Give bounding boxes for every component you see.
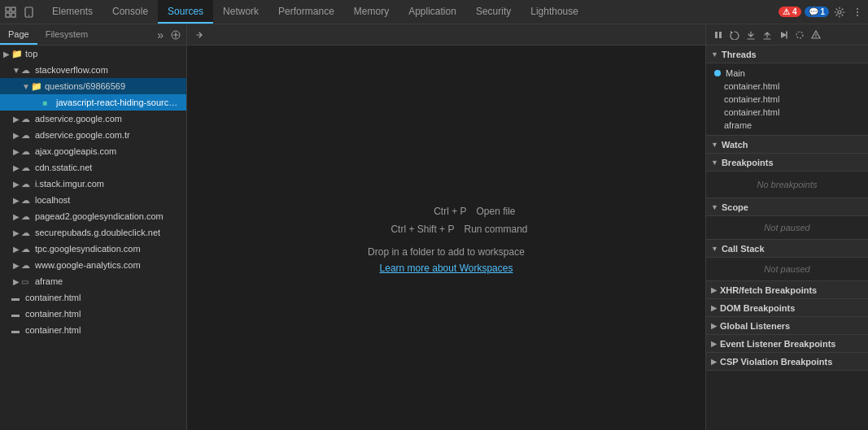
tab-security[interactable]: Security [466,0,521,24]
new-tab-icon[interactable] [168,28,183,42]
tab-console[interactable]: Console [103,0,158,24]
pause-on-exception-icon[interactable] [809,28,823,42]
tree-label-www: www.google-analytics.com [35,260,141,270]
step-over-icon[interactable] [727,28,742,42]
tab-performance[interactable]: Performance [268,0,344,24]
svg-point-6 [838,11,841,14]
pause-icon[interactable] [711,28,726,42]
tree-label-top: top [25,49,37,59]
tree-label-securepubads: securepubads.g.doubleclick.net [35,228,160,237]
tree-item-questions[interactable]: ▼ 📁 questions/69866569 [0,78,186,94]
deactivate-bp-icon[interactable] [792,28,807,42]
shortcut-label-1: Open file [476,206,515,217]
settings-icon[interactable] [832,5,847,20]
section-content-threads: Main container.html container.html conta… [706,63,868,136]
section-label-dom: DOM Breakpoints [720,303,795,313]
section-label-callstack: Call Stack [722,244,765,254]
tab-elements[interactable]: Elements [42,0,103,24]
thread-container3[interactable]: container.html [711,106,863,119]
tab-application[interactable]: Application [399,0,466,24]
section-arrow-xhr: ▶ [711,286,717,294]
thread-container1[interactable]: container.html [711,80,863,93]
tree-label-container2: container.html [25,309,81,319]
tree-arrow-pagead: ▶ [11,212,21,221]
center-content: Ctrl + P Open file Ctrl + Shift + P Run … [187,46,705,430]
tree-item-top[interactable]: ▶ 📁 top [0,46,186,62]
tree-item-www[interactable]: ▶ ☁ www.google-analytics.com [0,257,186,273]
section-header-watch[interactable]: ▼ Watch [706,136,868,154]
section-label-watch: Watch [722,140,748,150]
tree-arrow-tpc: ▶ [11,245,21,254]
section-arrow-scope: ▼ [711,203,718,211]
tree-label-istack: i.stack.imgur.com [35,179,104,189]
section-label-csp: CSP Violation Breakpoints [720,357,832,367]
thread-main[interactable]: Main [711,67,863,80]
step-into-icon[interactable] [744,28,758,42]
section-arrow-csp: ▶ [711,358,717,366]
tree-label-stackoverflow: stackoverflow.com [35,65,108,75]
workspace-link[interactable]: Learn more about Workspaces [380,263,513,274]
tree-item-aframe[interactable]: ▶ ▭ aframe [0,273,186,289]
tree-item-tpc[interactable]: ▶ ☁ tpc.googlesyndication.com [0,241,186,257]
tree-arrow-adservice: ▶ [11,115,21,124]
section-header-breakpoints[interactable]: ▼ Breakpoints [706,154,868,172]
tree-item-adservice2[interactable]: ▶ ☁ adservice.google.com.tr [0,127,186,143]
tree-item-container2[interactable]: ▬ container.html [0,306,186,322]
thread-aframe[interactable]: aframe [711,119,863,132]
section-content-callstack: Not paused [706,258,868,281]
folder-icon: 📁 [11,49,23,59]
tab-memory[interactable]: Memory [344,0,399,24]
center-nav-icon[interactable] [192,28,207,42]
tree-item-adservice[interactable]: ▶ ☁ adservice.google.com [0,111,186,127]
cloud-icon-cdn: ☁ [21,163,33,173]
section-header-xhr[interactable]: ▶ XHR/fetch Breakpoints [706,281,868,299]
tree-item-ajax[interactable]: ▶ ☁ ajax.googleapis.com [0,143,186,159]
tree-item-container3[interactable]: ▬ container.html [0,322,186,338]
tab-filesystem[interactable]: Filesystem [37,24,97,45]
thread-container2[interactable]: container.html [711,93,863,106]
svg-point-20 [815,37,816,37]
tree-item-securepubads[interactable]: ▶ ☁ securepubads.g.doubleclick.net [0,224,186,241]
tree-arrow-cdn: ▶ [11,163,21,172]
tree-item-jsfile[interactable]: ■ javascript-react-hiding-sourc… [0,94,186,111]
step-out-icon[interactable] [760,28,774,42]
tab-lighthouse[interactable]: Lighthouse [521,0,588,24]
tab-page[interactable]: Page [0,24,37,45]
section-header-threads[interactable]: ▼ Threads [706,46,868,63]
tree-arrow-aframe: ▶ [11,277,21,286]
continue-icon[interactable] [776,28,791,42]
section-label-breakpoints: Breakpoints [722,158,774,167]
center-toolbar [187,24,705,46]
square-file-icon-container2: ▬ [11,310,23,319]
svg-rect-12 [719,32,722,38]
tree-item-istack[interactable]: ▶ ☁ i.stack.imgur.com [0,176,186,192]
tree-item-pagead[interactable]: ▶ ☁ pagead2.googlesyndication.com [0,208,186,224]
svg-point-8 [857,11,858,13]
section-arrow-watch: ▼ [711,141,718,149]
top-right-area: ⚠ 4 💬 1 [779,5,865,20]
no-breakpoints-text: No breakpoints [711,175,863,194]
cloud-icon-ajax: ☁ [21,146,33,157]
mobile-icon[interactable] [21,5,36,20]
tree-item-stackoverflow[interactable]: ▼ ☁ stackoverflow.com [0,62,186,78]
tab-sources[interactable]: Sources [158,0,213,24]
left-tabs-more[interactable]: » [152,28,168,41]
tree-item-localhost[interactable]: ▶ ☁ localhost [0,192,186,208]
section-header-callstack[interactable]: ▼ Call Stack [706,240,868,258]
section-header-global[interactable]: ▶ Global Listeners [706,317,868,335]
tree-label-ajax: ajax.googleapis.com [35,146,116,156]
tab-network[interactable]: Network [213,0,268,24]
svg-rect-11 [715,32,718,38]
console-badge: 💬 1 [805,7,829,17]
tree-item-cdn[interactable]: ▶ ☁ cdn.sstatic.net [0,159,186,176]
section-header-scope[interactable]: ▼ Scope [706,198,868,216]
inspect-icon[interactable] [3,5,18,20]
section-header-csp[interactable]: ▶ CSP Violation Breakpoints [706,353,868,371]
tree-item-container1[interactable]: ▬ container.html [0,289,186,306]
more-icon[interactable] [850,5,865,20]
section-label-global: Global Listeners [720,321,790,331]
section-header-dom[interactable]: ▶ DOM Breakpoints [706,299,868,317]
section-arrow-breakpoints: ▼ [711,159,718,167]
section-header-eventlistener[interactable]: ▶ Event Listener Breakpoints [706,335,868,353]
svg-point-5 [28,15,29,16]
